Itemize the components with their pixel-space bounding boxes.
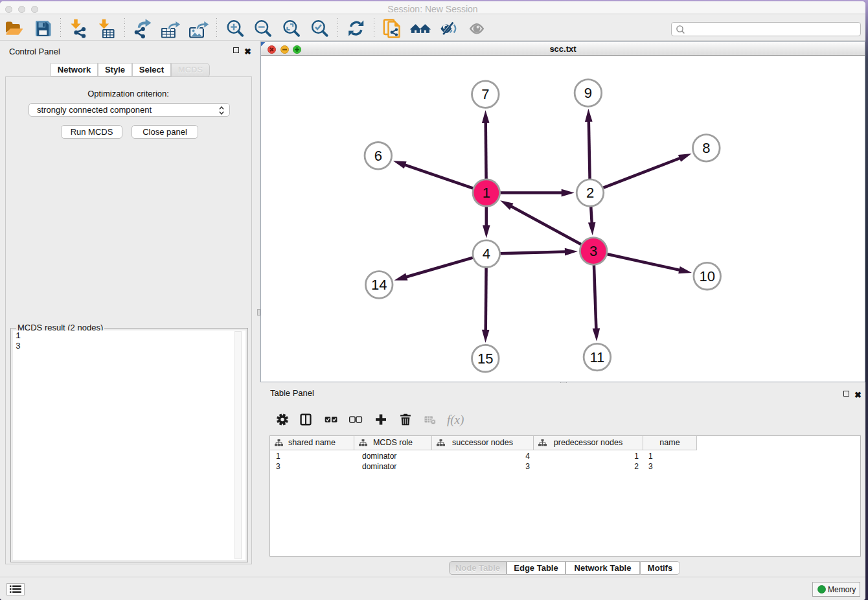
svg-text:14: 14 [371,277,387,293]
svg-text:4: 4 [483,246,490,262]
svg-text:2: 2 [586,185,594,201]
svg-text:1: 1 [483,185,490,201]
svg-text:15: 15 [477,351,493,367]
svg-text:11: 11 [589,349,604,365]
svg-text:7: 7 [481,86,489,102]
svg-text:6: 6 [374,148,382,164]
svg-text:8: 8 [702,140,710,156]
svg-text:3: 3 [589,243,597,259]
svg-text:10: 10 [699,268,714,284]
svg-text:9: 9 [584,85,592,101]
svg-text:f(x): f(x) [447,413,464,427]
